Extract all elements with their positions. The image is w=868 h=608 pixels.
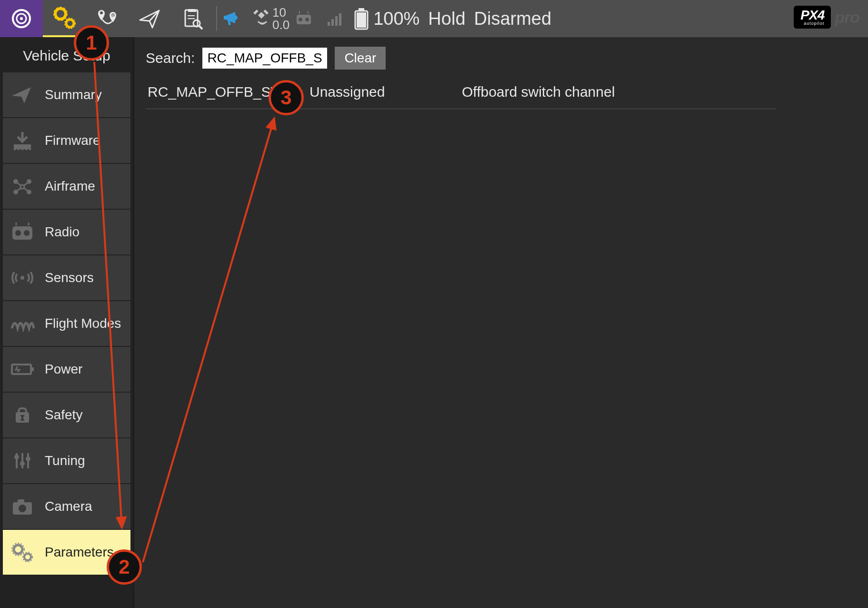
svg-text:B: B — [111, 13, 114, 18]
gears-icon — [52, 5, 77, 30]
sidebar-item-label: Parameters — [45, 545, 114, 560]
signal-bars-icon — [327, 10, 345, 27]
svg-rect-52 — [32, 367, 34, 371]
svg-rect-24 — [331, 19, 334, 26]
sidebar-item-label: Power — [45, 362, 82, 377]
sidebar-item-camera[interactable]: Camera — [3, 484, 130, 529]
brand-sub: autopilot — [800, 21, 824, 26]
svg-point-67 — [14, 545, 22, 554]
param-value: Unassigned — [309, 84, 462, 100]
annotation-marker-2: 2 — [107, 549, 142, 585]
svg-rect-16 — [253, 10, 259, 15]
svg-point-66 — [19, 505, 26, 512]
svg-rect-29 — [357, 12, 366, 28]
battery-icon — [353, 7, 369, 30]
toolbar-separator — [216, 6, 217, 31]
svg-rect-15 — [258, 12, 265, 19]
sidebar-item-summary[interactable]: Summary — [3, 72, 130, 117]
analyze-button[interactable] — [171, 0, 214, 37]
svg-rect-23 — [328, 22, 330, 26]
svg-line-43 — [17, 188, 21, 191]
sidebar-item-label: Firmware — [45, 133, 100, 148]
param-desc: Offboard switch channel — [462, 84, 615, 100]
battery-status[interactable]: 100% — [353, 7, 419, 30]
svg-rect-32 — [18, 148, 20, 150]
sidebar-item-label: Tuning — [45, 453, 85, 468]
svg-line-44 — [23, 188, 28, 191]
svg-point-7 — [100, 11, 103, 14]
rc-icon — [295, 10, 318, 27]
search-row: Search: Clear — [146, 47, 857, 70]
sidebar-title: Vehicle Setup — [0, 41, 133, 72]
sidebar-item-safety[interactable]: Safety — [3, 393, 130, 437]
sidebar-item-flight-modes[interactable]: Flight Modes — [3, 301, 130, 346]
svg-point-47 — [24, 230, 30, 236]
search-label: Search: — [146, 50, 195, 66]
svg-line-14 — [199, 26, 202, 29]
sidebar-item-label: Summary — [45, 87, 102, 102]
svg-rect-51 — [12, 365, 31, 374]
svg-line-42 — [23, 182, 28, 186]
rc-status[interactable] — [289, 0, 323, 37]
gps-hdop: 0.0 — [272, 19, 289, 31]
svg-point-61 — [20, 461, 25, 466]
svg-rect-55 — [20, 415, 24, 416]
svg-rect-34 — [25, 148, 27, 150]
summary-icon — [9, 85, 36, 104]
sidebar-item-airframe[interactable]: Airframe — [3, 164, 130, 209]
qgc-logo-icon — [10, 8, 32, 30]
svg-rect-65 — [18, 499, 24, 503]
annotation-marker-1: 1 — [74, 25, 109, 61]
top-toolbar: B — [0, 0, 868, 37]
svg-point-19 — [299, 18, 302, 21]
sidebar-item-label: Airframe — [45, 179, 95, 194]
svg-rect-33 — [21, 148, 23, 150]
battery-percent: 100% — [373, 9, 419, 29]
svg-rect-54 — [19, 408, 26, 414]
svg-point-69 — [24, 554, 31, 560]
svg-line-41 — [17, 182, 21, 186]
sidebar: Vehicle Setup Summary Firmware Airframe … — [0, 37, 133, 608]
svg-point-20 — [305, 18, 309, 21]
svg-rect-17 — [263, 10, 269, 15]
armed-state[interactable]: Disarmed — [474, 9, 552, 29]
svg-rect-35 — [29, 148, 31, 150]
clear-button[interactable]: Clear — [335, 47, 386, 70]
svg-point-5 — [66, 20, 74, 27]
svg-point-46 — [15, 230, 21, 236]
main-panel: Search: Clear RC_MAP_OFFB_SW Unassigned … — [133, 37, 868, 608]
svg-point-3 — [55, 9, 66, 19]
sidebar-item-tuning[interactable]: Tuning — [3, 438, 130, 483]
telemetry-status[interactable] — [323, 0, 349, 37]
parameter-row[interactable]: RC_MAP_OFFB_SW Unassigned Offboard switc… — [146, 79, 776, 109]
svg-rect-31 — [14, 148, 16, 150]
sidebar-item-firmware[interactable]: Firmware — [3, 118, 130, 163]
sidebar-item-label: Flight Modes — [45, 316, 121, 331]
brand-logo: PX4 autopilot pro — [794, 6, 859, 29]
app-logo-button[interactable] — [0, 0, 43, 37]
flight-mode[interactable]: Hold — [428, 9, 465, 29]
safety-icon — [9, 405, 36, 425]
sidebar-item-power[interactable]: Power — [3, 347, 130, 392]
parameters-icon — [9, 542, 36, 563]
brand-pro: pro — [835, 8, 859, 27]
svg-point-50 — [20, 276, 24, 280]
camera-icon — [9, 497, 36, 516]
search-input[interactable] — [202, 48, 327, 69]
fly-button[interactable] — [129, 0, 171, 37]
firmware-icon — [9, 130, 36, 151]
paper-plane-icon — [138, 7, 162, 30]
svg-rect-26 — [339, 13, 341, 26]
svg-rect-57 — [20, 419, 24, 421]
sensors-icon — [9, 268, 36, 287]
gps-status[interactable]: 10 0.0 — [250, 6, 289, 31]
sidebar-item-label: Sensors — [45, 270, 94, 285]
airframe-icon — [9, 176, 36, 197]
megaphone-icon — [223, 8, 244, 29]
annotation-marker-3: 3 — [269, 80, 304, 115]
svg-point-2 — [20, 17, 23, 20]
sidebar-item-radio[interactable]: Radio — [3, 210, 130, 254]
sidebar-item-sensors[interactable]: Sensors — [3, 255, 130, 300]
svg-rect-25 — [335, 16, 338, 26]
messages-button[interactable] — [219, 0, 248, 37]
